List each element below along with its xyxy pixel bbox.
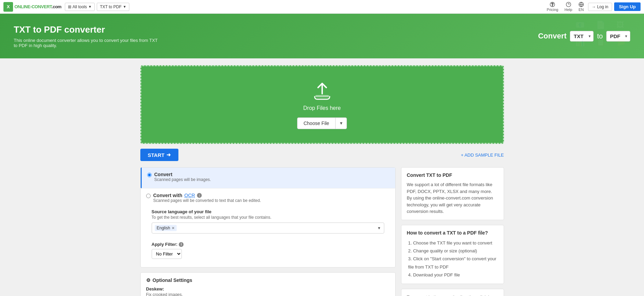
login-button[interactable]: → Log in <box>588 3 612 11</box>
source-lang-desc: To get the best results, select all lang… <box>152 215 384 220</box>
chevron-down-icon: ▼ <box>88 5 92 9</box>
right-column: Convert TXT to PDF We support a lot of d… <box>401 167 504 296</box>
ocr-radio-label: Convert with <box>153 193 183 198</box>
navbar-right: Pricing Help EN → Log in Sign Up <box>545 1 641 12</box>
drop-zone[interactable]: Drop Files here Choose File ▼ <box>140 65 504 144</box>
action-bar: START ➜ + ADD SAMPLE FILE <box>140 149 504 161</box>
from-format-select[interactable]: TXT <box>570 31 594 42</box>
info-icon: i <box>197 193 202 198</box>
to-format-wrap: PDF <box>606 31 630 42</box>
ocr-radio-row: Convert with OCR i Scanned pages will be… <box>146 193 390 203</box>
filter-info-icon: i <box>179 242 184 247</box>
settings-panel: Convert Scanned pages will be images. Co… <box>140 167 396 267</box>
pricing-button[interactable]: Pricing <box>545 1 561 12</box>
logo: X ONLINE-CONVERT.com <box>3 2 61 12</box>
how-to-step-4: 4. Download your PDF file <box>408 271 498 279</box>
all-tools-button[interactable]: ⊞ All tools ▼ <box>65 3 95 11</box>
arrow-right-icon: ➜ <box>166 152 171 158</box>
convert-radio[interactable] <box>147 173 152 177</box>
how-to-step-2: 2. Change quality or size (optional) <box>408 247 498 255</box>
convert-label: Convert <box>538 32 566 41</box>
how-to-title: How to convert a TXT to a PDF file? <box>407 230 498 236</box>
language-button[interactable]: EN <box>576 1 586 12</box>
main-content: Drop Files here Choose File ▼ START ➜ + … <box>133 65 511 296</box>
gear-icon: ⚙ <box>146 277 151 283</box>
navbar: X ONLINE-CONVERT.com ⊞ All tools ▼ TXT t… <box>0 0 644 14</box>
from-format-wrap: TXT <box>570 31 594 42</box>
optional-settings-panel: ⚙ Optional Settings Deskew: Fix crooked … <box>140 272 396 296</box>
choose-file-dropdown-button[interactable]: ▼ <box>335 118 347 129</box>
convert-info-box: Convert TXT to PDF We support a lot of d… <box>401 167 504 220</box>
to-format-select[interactable]: PDF <box>606 31 630 42</box>
help-icon <box>566 2 571 7</box>
choose-file-button[interactable]: Choose File <box>297 118 336 129</box>
ocr-radio-sub: Scanned pages will be converted to text … <box>153 198 261 203</box>
choose-file-wrap: Choose File ▼ <box>297 117 347 129</box>
converter-selector: Convert TXT to PDF <box>538 31 630 42</box>
to-label: to <box>597 32 603 40</box>
upload-icon <box>148 80 496 102</box>
two-column-layout: Convert Scanned pages will be images. Co… <box>140 167 504 296</box>
svg-rect-10 <box>315 95 329 97</box>
language-select-wrap[interactable]: English ✕ ▼ <box>152 223 384 234</box>
convert-radio-label: Convert <box>154 172 211 177</box>
page-title: TXT to PDF converter <box>14 24 538 35</box>
opposite-direction-box: To convert in the opposite direction, cl… <box>401 289 504 296</box>
hero-banner: TXT to PDF converter This online documen… <box>0 14 644 58</box>
apply-filter-label: Apply Filter: <box>152 242 178 247</box>
convert-radio-row: Convert Scanned pages will be images. <box>147 172 390 182</box>
source-language-section: Source language of your file To get the … <box>146 205 390 238</box>
ocr-section: Convert with OCR i Scanned pages will be… <box>141 189 395 267</box>
ocr-radio[interactable] <box>146 194 151 198</box>
current-tool-button[interactable]: TXT to PDF ▼ <box>97 3 129 11</box>
grid-icon: ⊞ <box>68 4 71 9</box>
convert-info-title: Convert TXT to PDF <box>407 172 498 178</box>
remove-english-tag[interactable]: ✕ <box>172 226 175 230</box>
optional-settings-title: ⚙ Optional Settings <box>146 277 390 283</box>
svg-text:📄: 📄 <box>596 20 606 30</box>
filter-section: Apply Filter: i No Filter <box>146 238 390 263</box>
pricing-icon <box>550 2 555 7</box>
filter-select[interactable]: No Filter <box>152 249 182 259</box>
hero-content: TXT to PDF converter This online documen… <box>14 24 538 48</box>
help-button[interactable]: Help <box>562 1 574 12</box>
globe-icon <box>578 2 584 7</box>
hero-description: This online document converter allows yo… <box>14 38 158 48</box>
language-tag-english: English ✕ <box>155 225 177 231</box>
how-to-step-1: 1. Choose the TXT file you want to conve… <box>408 239 498 247</box>
how-to-box: How to convert a TXT to a PDF file? 1. C… <box>401 225 504 284</box>
login-icon: → <box>592 4 596 9</box>
deskew-desc: Fix crooked images. <box>146 292 390 296</box>
start-button[interactable]: START ➜ <box>140 149 179 161</box>
chevron-down-icon: ▼ <box>123 5 126 9</box>
chevron-down-icon: ▼ <box>339 121 343 126</box>
deskew-title: Deskew: <box>146 286 390 292</box>
convert-option: Convert Scanned pages will be images. <box>141 168 395 188</box>
svg-text:🖼: 🖼 <box>617 21 624 29</box>
ocr-abbr: OCR <box>184 193 195 198</box>
svg-text:📧: 📧 <box>575 20 585 30</box>
convert-info-text: We support a lot of different file forma… <box>407 181 498 215</box>
how-to-steps: 1. Choose the TXT file you want to conve… <box>407 239 498 279</box>
signup-button[interactable]: Sign Up <box>614 2 641 11</box>
add-sample-link[interactable]: + ADD SAMPLE FILE <box>461 152 504 158</box>
logo-text: ONLINE-CONVERT.com <box>14 4 61 9</box>
left-column: Convert Scanned pages will be images. Co… <box>140 167 396 296</box>
logo-icon: X <box>3 2 13 12</box>
source-lang-title: Source language of your file <box>152 209 384 214</box>
convert-radio-sub: Scanned pages will be images. <box>154 177 211 182</box>
drop-files-text: Drop Files here <box>148 105 496 111</box>
opposite-text: To convert in the opposite direction, cl… <box>407 294 498 296</box>
how-to-step-3: 3. Click on "Start conversion" to conver… <box>408 255 498 271</box>
lang-select-arrow: ▼ <box>377 226 381 230</box>
